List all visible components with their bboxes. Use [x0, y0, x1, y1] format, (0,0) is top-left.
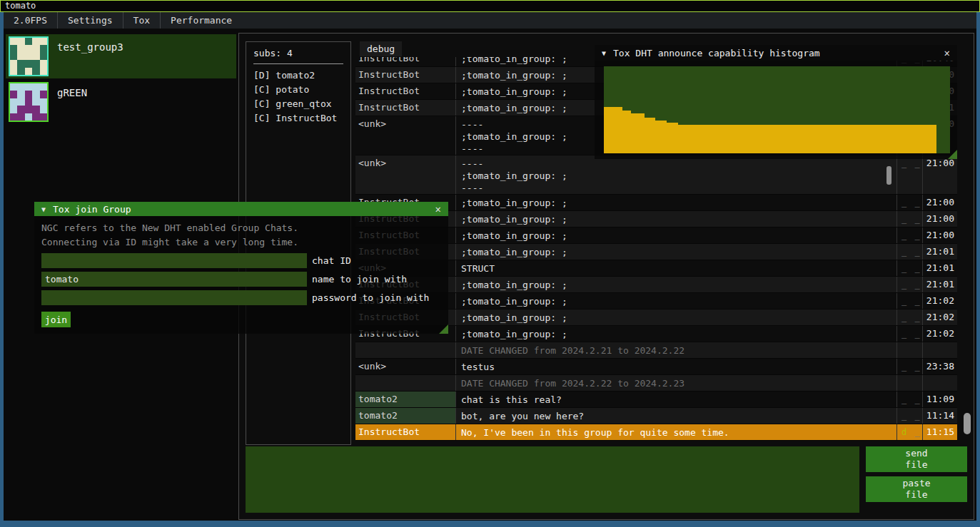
member-item-tomato2[interactable]: [D] tomato2 [253, 68, 350, 83]
message-author: InstructBot [355, 100, 456, 116]
inner-scrollbar-thumb[interactable] [886, 166, 891, 185]
message-flags: _ _ [897, 244, 923, 260]
chat-id-input[interactable] [41, 253, 307, 268]
avatar-pixel [32, 106, 39, 113]
avatar-pixel [40, 91, 47, 98]
menu-bar: 2.0FPSSettingsToxPerformance [4, 12, 976, 29]
close-icon[interactable]: ✕ [435, 203, 441, 215]
message-flags: d _ [897, 424, 923, 440]
message-text: ----;tomato_in_group: ;---- [456, 155, 897, 194]
avatar-pixel [32, 38, 39, 45]
message-author: InstructBot [355, 424, 456, 440]
message-timestamp: 21:01 [923, 244, 957, 260]
field-label: name to join with [312, 274, 407, 285]
send-file-button[interactable]: send file [866, 446, 967, 472]
avatar-pixel [25, 98, 32, 106]
member-item-InstructBot[interactable]: [C] InstructBot [253, 111, 350, 126]
message-timestamp: 21:02 [923, 293, 957, 309]
message-timestamp: 11:09 [923, 392, 957, 407]
hint-line-1: NGC refers to the New DHT enabled Group … [41, 221, 441, 235]
avatar-pixel [10, 38, 17, 45]
avatar-pixel [32, 53, 39, 60]
group-item-gREEN[interactable]: gREEN [6, 80, 236, 124]
message-text: DATE CHANGED from 2024.2.22 to 2024.2.23 [456, 375, 897, 391]
collapse-arrow-icon[interactable]: ▼ [41, 205, 46, 213]
message-flags: _ _ [897, 211, 923, 227]
avatar-pixel [17, 68, 24, 75]
system-message-row[interactable]: DATE CHANGED from 2024.2.21 to 2024.2.22 [355, 342, 957, 359]
close-icon[interactable]: ✕ [944, 47, 950, 58]
message-flags: _ _ [897, 408, 923, 424]
window-title: tomato [5, 1, 36, 11]
avatar-pixel [10, 83, 17, 91]
avatar-pixel [25, 91, 32, 98]
group-avatar [9, 82, 49, 122]
menu-item-performance[interactable]: Performance [161, 12, 242, 29]
avatar-pixel [25, 83, 32, 91]
avatar-pixel [32, 60, 39, 67]
menu-item-settings[interactable]: Settings [58, 12, 123, 29]
join-group-dialog: ▼ Tox join Group ✕ NGC refers to the New… [34, 202, 448, 334]
avatar-pixel [17, 98, 24, 106]
message-text: testus [456, 359, 897, 374]
message-text: bot, are you new here? [456, 408, 897, 424]
message-row[interactable]: tomato2bot, are you new here?_ _11:14 [355, 408, 957, 424]
field-label: password to join with [312, 292, 429, 303]
chat-scrollbar[interactable] [963, 57, 971, 445]
message-timestamp: 21:02 [923, 309, 957, 325]
avatar-pixel [17, 113, 24, 121]
message-flags [897, 342, 923, 358]
join-password-input[interactable] [41, 290, 307, 305]
message-author: InstructBot [355, 67, 456, 83]
avatar-pixel [40, 98, 47, 106]
tab-debug[interactable]: debug [360, 41, 402, 56]
resize-grip[interactable] [439, 324, 448, 334]
group-item-test_group3[interactable]: test_group3 [6, 34, 236, 78]
message-author: tomato2 [355, 408, 456, 424]
message-author: tomato2 [355, 392, 456, 407]
message-row[interactable]: <unk>testus_ _23:38 [355, 359, 957, 375]
avatar-pixel [32, 98, 39, 106]
avatar-pixel [40, 113, 47, 121]
avatar-pixel [10, 91, 17, 98]
message-text: ;tomato_in_group: ; [456, 326, 897, 342]
window-titlebar[interactable]: tomato [0, 0, 980, 12]
system-message-row[interactable]: DATE CHANGED from 2024.2.22 to 2024.2.23 [355, 375, 957, 392]
menu-item-tox[interactable]: Tox [123, 12, 160, 29]
message-row[interactable]: tomato2chat is this real?_ _11:09 [355, 392, 957, 408]
message-flags: _ _ [897, 309, 923, 325]
avatar-pixel [32, 113, 39, 121]
avatar-pixel [10, 113, 17, 121]
message-timestamp: 21:01 [923, 260, 957, 276]
avatar-pixel [25, 45, 32, 52]
histogram-window-titlebar[interactable]: ▼ Tox DHT announce capability histogram … [595, 45, 957, 61]
member-item-green_qtox[interactable]: [C] green_qtox [253, 97, 350, 111]
message-author: <unk> [355, 155, 456, 194]
histogram-window-title: Tox DHT announce capability histogram [613, 48, 820, 58]
message-row[interactable]: InstructBotNo, I've been in this group f… [355, 424, 957, 441]
avatar-pixel [17, 91, 24, 98]
join-name-input[interactable] [41, 272, 307, 287]
message-row[interactable]: <unk>----;tomato_in_group: ;----_ _21:00 [355, 155, 957, 195]
join-button[interactable]: join [41, 312, 71, 327]
avatar-pixel [40, 53, 47, 60]
avatar-pixel [17, 83, 24, 91]
resize-grip[interactable] [948, 150, 957, 159]
chat-scrollbar-thumb[interactable] [964, 413, 971, 434]
avatar-pixel [10, 106, 17, 113]
member-item-potato[interactable]: [C] potato [253, 83, 350, 97]
avatar-pixel [17, 53, 24, 60]
avatar-pixel [32, 83, 39, 91]
message-text: ;tomato_in_group: ; [456, 195, 897, 210]
message-flags: _ _ [897, 326, 923, 342]
message-input[interactable] [246, 446, 859, 513]
join-dialog-titlebar[interactable]: ▼ Tox join Group ✕ [34, 202, 448, 216]
message-timestamp: 21:00 [923, 227, 957, 243]
collapse-arrow-icon[interactable]: ▼ [602, 49, 606, 57]
paste-file-button[interactable]: paste file [866, 476, 967, 502]
fps-counter: 2.0FPS [4, 12, 57, 29]
message-flags: _ _ [897, 392, 923, 407]
group-name-label: gREEN [57, 87, 87, 124]
message-flags: _ _ [897, 277, 923, 292]
avatar-pixel [25, 113, 32, 121]
